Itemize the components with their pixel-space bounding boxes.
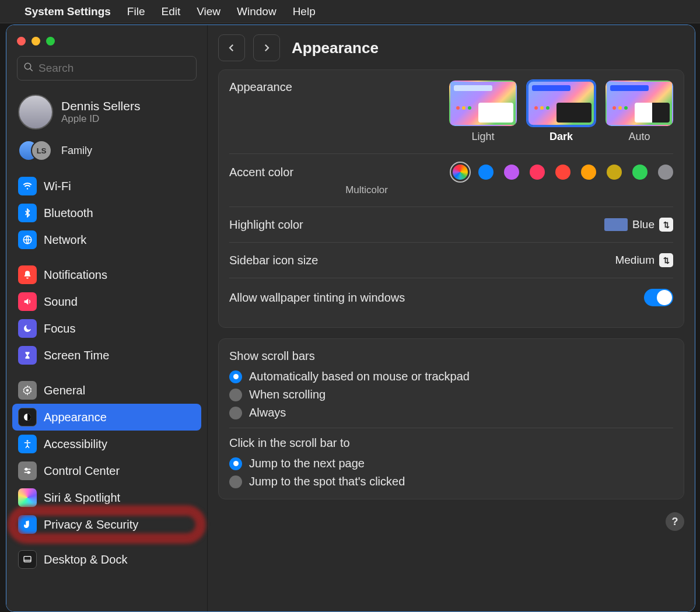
sidebar-item-label: Network xyxy=(44,233,86,247)
menubar-app-name[interactable]: System Settings xyxy=(24,5,111,18)
click-scroll-next-page[interactable]: Jump to the next page xyxy=(229,457,673,470)
accent-multicolor[interactable] xyxy=(453,165,468,180)
radio-icon xyxy=(229,407,242,419)
appearance-option-dark[interactable]: Dark xyxy=(527,81,595,143)
highlight-color-chip xyxy=(604,218,628,231)
section-title: Show scroll bars xyxy=(229,349,673,363)
avatar xyxy=(18,95,53,130)
svg-point-2 xyxy=(27,188,28,189)
accent-yellow[interactable] xyxy=(607,165,622,180)
globe-icon xyxy=(18,230,37,249)
svg-line-1 xyxy=(30,68,33,71)
sidebar-item-screen-time[interactable]: Screen Time xyxy=(12,342,201,369)
appearance-option-auto[interactable]: Auto xyxy=(606,81,673,143)
click-scroll-jump-spot[interactable]: Jump to the spot that's clicked xyxy=(229,475,673,488)
page-title: Appearance xyxy=(292,39,379,57)
sidebar-item-label: Family xyxy=(61,145,92,157)
menu-view[interactable]: View xyxy=(197,5,220,18)
dock-icon xyxy=(18,550,37,569)
search-icon xyxy=(23,62,38,75)
accent-orange[interactable] xyxy=(581,165,596,180)
sidebar-item-family[interactable]: LS Family xyxy=(12,134,201,167)
back-button[interactable] xyxy=(218,34,245,61)
content-pane: Appearance Appearance Light Dark Au xyxy=(208,25,695,611)
menu-edit[interactable]: Edit xyxy=(161,5,180,18)
search-input[interactable] xyxy=(38,62,190,75)
forward-button[interactable] xyxy=(253,34,280,61)
menu-help[interactable]: Help xyxy=(293,5,316,18)
accessibility-icon xyxy=(18,435,37,453)
sidebar-item-network[interactable]: Network xyxy=(12,226,201,253)
minimize-button[interactable] xyxy=(32,37,40,46)
sidebar-item-label: Control Center xyxy=(44,464,120,478)
siri-icon xyxy=(18,488,37,507)
row-label: Sidebar icon size xyxy=(229,254,318,267)
appearance-icon xyxy=(18,408,37,426)
sidebar-item-control-center[interactable]: Control Center xyxy=(12,457,201,484)
section-title: Click in the scroll bar to xyxy=(229,436,673,450)
sidebar-item-label: Wi-Fi xyxy=(44,180,71,193)
appearance-option-light[interactable]: Light xyxy=(449,81,517,143)
svg-point-10 xyxy=(27,471,29,473)
account-subtitle: Apple ID xyxy=(61,113,140,125)
accent-purple[interactable] xyxy=(504,165,519,180)
sidebar-item-appearance[interactable]: Appearance xyxy=(12,404,201,431)
sidebar-item-sound[interactable]: Sound xyxy=(12,288,201,315)
accent-red[interactable] xyxy=(555,165,570,180)
family-icon: LS xyxy=(18,140,53,161)
scrollbars-option-when-scrolling[interactable]: When scrolling xyxy=(229,388,673,401)
appearance-panel: Appearance Light Dark Auto xyxy=(218,69,684,328)
row-label: Highlight color xyxy=(229,218,303,232)
fullscreen-button[interactable] xyxy=(46,37,55,46)
scrollbars-option-auto[interactable]: Automatically based on mouse or trackpad xyxy=(229,370,673,383)
speaker-icon xyxy=(18,292,37,311)
scroll-panel: Show scroll bars Automatically based on … xyxy=(218,338,684,499)
sidebar-item-desktop-dock[interactable]: Desktop & Dock xyxy=(12,546,201,573)
wallpaper-tinting-toggle[interactable] xyxy=(644,289,673,306)
sidebar-item-privacy-security[interactable]: Privacy & Security xyxy=(12,511,201,538)
bluetooth-icon xyxy=(18,204,37,222)
menu-window[interactable]: Window xyxy=(237,5,276,18)
sidebar-item-notifications[interactable]: Notifications xyxy=(12,261,201,288)
menu-file[interactable]: File xyxy=(127,5,145,18)
sidebar-item-label: Notifications xyxy=(44,268,107,282)
updown-icon: ⇅ xyxy=(659,253,673,267)
accent-green[interactable] xyxy=(632,165,648,180)
sidebar-item-label: Screen Time xyxy=(44,349,109,362)
radio-icon xyxy=(229,475,242,488)
updown-icon: ⇅ xyxy=(659,218,673,232)
row-label: Allow wallpaper tinting in windows xyxy=(229,291,405,305)
hand-icon xyxy=(18,515,37,534)
menubar: System Settings File Edit View Window He… xyxy=(0,0,700,23)
sidebar-item-bluetooth[interactable]: Bluetooth xyxy=(12,200,201,226)
wifi-icon xyxy=(18,177,37,195)
svg-point-4 xyxy=(26,389,29,392)
sidebar-item-accessibility[interactable]: Accessibility xyxy=(12,431,201,457)
accent-pink[interactable] xyxy=(530,165,545,180)
search-field[interactable] xyxy=(17,56,197,81)
accent-blue[interactable] xyxy=(478,165,494,180)
highlight-color-select[interactable]: Blue ⇅ xyxy=(604,218,673,232)
radio-icon xyxy=(229,370,242,383)
scrollbars-option-always[interactable]: Always xyxy=(229,406,673,419)
sidebar-item-siri-spotlight[interactable]: Siri & Spotlight xyxy=(12,484,201,511)
accent-graphite[interactable] xyxy=(658,165,673,180)
hourglass-icon xyxy=(18,346,37,365)
sidebar-item-label: Siri & Spotlight xyxy=(44,491,120,505)
help-button[interactable]: ? xyxy=(666,512,684,531)
radio-icon xyxy=(229,389,242,401)
sidebar-item-apple-id[interactable]: Dennis Sellers Apple ID xyxy=(12,90,201,134)
svg-point-6 xyxy=(27,440,29,442)
sidebar-item-wifi[interactable]: Wi-Fi xyxy=(12,173,201,200)
accent-selected-name: Multicolor xyxy=(345,184,388,196)
close-button[interactable] xyxy=(17,37,26,46)
sidebar-item-label: Privacy & Security xyxy=(44,518,138,531)
row-label: Appearance xyxy=(229,81,292,94)
sidebar-item-label: Accessibility xyxy=(44,438,107,451)
sidebar-icon-size-select[interactable]: Medium ⇅ xyxy=(615,253,673,267)
sidebar-item-general[interactable]: General xyxy=(12,377,201,404)
bell-icon xyxy=(18,265,37,284)
svg-point-9 xyxy=(25,468,27,470)
radio-icon xyxy=(229,457,242,470)
sidebar-item-focus[interactable]: Focus xyxy=(12,315,201,342)
